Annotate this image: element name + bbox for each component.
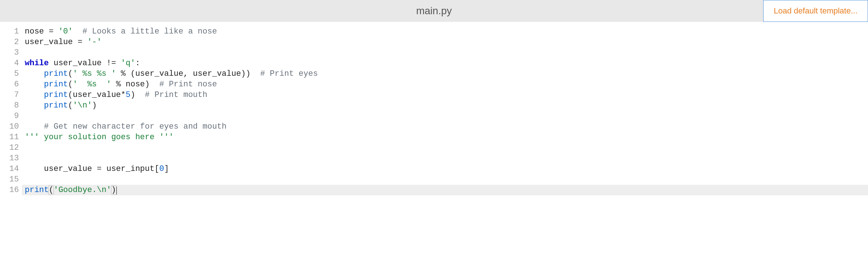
- line-number: 13: [0, 153, 19, 164]
- code-token: (: [68, 69, 73, 78]
- code-token: (user_value: [68, 90, 121, 99]
- line-number: 9: [0, 111, 19, 121]
- code-token: 5: [126, 90, 130, 99]
- line-number: 8: [0, 100, 19, 111]
- line-number: 3: [0, 47, 19, 58]
- load-default-template-button[interactable]: Load default template...: [763, 0, 868, 22]
- code-editor[interactable]: 12345678910111213141516 nose = '0' # Loo…: [0, 22, 868, 195]
- code-token: (: [68, 80, 73, 89]
- code-token: %: [116, 80, 121, 89]
- code-line[interactable]: nose = '0' # Looks a little like a nose: [22, 26, 868, 37]
- code-line[interactable]: [22, 47, 868, 58]
- code-token: user_value: [25, 38, 78, 47]
- code-token: # Print eyes: [260, 69, 318, 78]
- code-token: '\n': [73, 101, 92, 110]
- code-token: ]: [164, 164, 169, 173]
- code-line[interactable]: print('Goodbye.\n'): [22, 185, 868, 195]
- code-token: [111, 80, 116, 89]
- text-cursor: [116, 187, 117, 195]
- code-line[interactable]: [22, 111, 868, 121]
- line-number: 10: [0, 121, 19, 132]
- code-token: ): [92, 101, 97, 110]
- code-token: 'Goodbye.\n': [53, 185, 111, 195]
- line-number: 11: [0, 132, 19, 142]
- code-token: ' %s ': [73, 80, 111, 89]
- code-token: [73, 27, 82, 36]
- line-number: 7: [0, 90, 19, 100]
- code-token: print: [44, 101, 68, 110]
- code-token: [25, 80, 44, 89]
- code-area[interactable]: nose = '0' # Looks a little like a noseu…: [22, 26, 868, 195]
- code-line[interactable]: user_value = '-': [22, 37, 868, 47]
- code-token: [25, 69, 44, 78]
- code-token: !=: [106, 59, 121, 68]
- code-line[interactable]: print(' %s ' % nose) # Print nose: [22, 79, 868, 90]
- code-token: (: [49, 185, 53, 195]
- code-line[interactable]: [22, 153, 868, 164]
- code-token: *: [121, 90, 126, 99]
- line-number: 12: [0, 142, 19, 153]
- line-number: 2: [0, 37, 19, 47]
- code-token: # Print mouth: [145, 90, 207, 99]
- code-token: # Print nose: [159, 80, 217, 89]
- code-token: [116, 69, 121, 78]
- code-token: nose: [25, 27, 49, 36]
- code-line[interactable]: print('\n'): [22, 100, 868, 111]
- code-token: :: [135, 59, 140, 68]
- code-token: 'q': [121, 59, 135, 68]
- code-line[interactable]: [22, 174, 868, 185]
- code-token: ): [130, 90, 145, 99]
- code-token: =: [49, 27, 58, 36]
- code-token: nose): [121, 80, 159, 89]
- line-number: 16: [0, 185, 19, 195]
- code-token: '-': [87, 38, 102, 47]
- code-token: user_input[: [106, 164, 159, 173]
- line-number: 4: [0, 58, 19, 69]
- code-token: print: [44, 80, 68, 89]
- code-line[interactable]: print(' %s %s ' % (user_value, user_valu…: [22, 69, 868, 79]
- file-name-label: main.py: [416, 5, 452, 17]
- line-number: 6: [0, 79, 19, 90]
- line-number-gutter: 12345678910111213141516: [0, 26, 22, 195]
- code-token: # Get new character for eyes and mouth: [44, 122, 227, 131]
- code-token: ''' your solution goes here ''': [25, 133, 174, 142]
- code-line[interactable]: while user_value != 'q':: [22, 58, 868, 69]
- line-number: 15: [0, 174, 19, 185]
- editor-header: main.py Load default template...: [0, 0, 868, 22]
- code-token: =: [78, 38, 87, 47]
- code-token: ' %s %s ': [73, 69, 116, 78]
- code-line[interactable]: user_value = user_input[0]: [22, 164, 868, 174]
- code-token: %: [121, 69, 126, 78]
- code-line[interactable]: [22, 142, 868, 153]
- code-token: print: [44, 69, 68, 78]
- code-token: '0': [58, 27, 73, 36]
- code-token: print: [44, 90, 68, 99]
- code-token: # Looks a little like a nose: [82, 27, 217, 36]
- code-token: [25, 101, 44, 110]
- code-token: user_value: [49, 59, 106, 68]
- code-line[interactable]: print(user_value*5) # Print mouth: [22, 90, 868, 100]
- line-number: 5: [0, 69, 19, 79]
- code-token: print: [25, 185, 49, 195]
- code-token: while: [25, 59, 49, 68]
- code-token: [25, 122, 44, 131]
- code-token: =: [97, 164, 106, 173]
- line-number: 14: [0, 164, 19, 174]
- code-token: [25, 90, 44, 99]
- code-token: (: [68, 101, 73, 110]
- code-token: user_value: [25, 164, 97, 173]
- code-line[interactable]: # Get new character for eyes and mouth: [22, 121, 868, 132]
- code-token: 0: [159, 164, 164, 173]
- code-line[interactable]: ''' your solution goes here ''': [22, 132, 868, 142]
- code-token: (user_value, user_value)): [126, 69, 260, 78]
- code-token: ): [111, 185, 116, 195]
- line-number: 1: [0, 26, 19, 37]
